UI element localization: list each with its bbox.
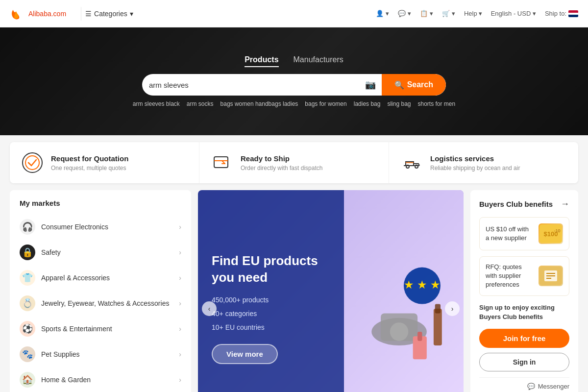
help-button[interactable]: Help ▾ — [464, 10, 482, 17]
user-icon: 👤 — [376, 10, 384, 17]
rfq-title: Request for Quotation — [51, 154, 128, 163]
rfq-subtitle: One request, multiple quotes — [51, 165, 128, 172]
categories-button[interactable]: ☰ Categories ▾ — [81, 7, 137, 21]
banner-next-button[interactable]: › — [445, 301, 460, 316]
messenger-bar[interactable]: 💬 Messenger — [479, 377, 569, 390]
svg-rect-11 — [435, 304, 441, 313]
home-arrow: › — [179, 376, 181, 384]
search-input[interactable] — [142, 81, 359, 89]
search-button[interactable]: 🔍 Search — [382, 74, 446, 96]
orders-chevron: ▾ — [430, 10, 433, 17]
sports-label: Sports & Entertainment — [41, 325, 179, 333]
benefit-discount-icon: $100 -10 — [539, 223, 563, 244]
hero-banner: Products Manufacturers 📷 🔍 Search arm sl… — [0, 27, 588, 135]
header-right: 👤 ▾ 💬 ▾ 📋 ▾ 🛒 ▾ Help ▾ English - USD ▾ S… — [376, 10, 578, 17]
rfq-icon — [21, 151, 44, 174]
market-item-home[interactable]: 🏠 Home & Garden › — [10, 367, 191, 392]
banner-prev-button[interactable]: ‹ — [202, 301, 217, 316]
suggestion-6[interactable]: sling bag — [387, 100, 411, 107]
svg-point-4 — [415, 165, 418, 168]
pets-icon: 🐾 — [20, 346, 35, 362]
svg-rect-2 — [214, 157, 228, 168]
join-free-button[interactable]: Join for free — [479, 329, 569, 348]
suggestion-1[interactable]: arm sleeves black — [133, 100, 180, 107]
product-display: ★ ★ ★ — [344, 190, 464, 392]
messages-button[interactable]: 💬 ▾ — [398, 10, 411, 17]
buyers-club-arrow[interactable]: → — [561, 199, 569, 209]
cart-icon: 🛒 — [442, 10, 450, 17]
rfq-service[interactable]: Request for Quotation One request, multi… — [10, 142, 199, 183]
market-item-jewelry[interactable]: 💍 Jewelry, Eyewear, Watches & Accessorie… — [10, 291, 191, 316]
banner-stat-2: 40+ categories — [212, 307, 330, 320]
suggestion-3[interactable]: bags women handbags ladies — [220, 100, 298, 107]
rfq-text: Request for Quotation One request, multi… — [51, 154, 128, 172]
hamburger-icon: ☰ — [85, 10, 92, 18]
center-banner: Find EU products you need 450,000+ produ… — [198, 190, 464, 392]
user-chevron: ▾ — [386, 10, 389, 17]
svg-rect-13 — [417, 331, 422, 341]
logo[interactable]: Alibaba.com — [10, 7, 66, 21]
search-bar: 📷 🔍 Search — [142, 74, 446, 96]
logo-text: Alibaba.com — [28, 10, 66, 18]
safety-icon: 🔒 — [20, 245, 35, 260]
ship-to[interactable]: Ship to: — [545, 10, 578, 17]
banner-stat-1: 450,000+ products — [212, 293, 330, 307]
sign-in-button[interactable]: Sign in — [479, 353, 569, 371]
buyers-club-sidebar: Buyers Club benefits → US $10 off with a… — [470, 190, 578, 392]
safety-label: Safety — [41, 248, 179, 256]
jewelry-arrow: › — [179, 299, 181, 307]
categories-label: Categories — [94, 10, 127, 18]
market-item-electronics[interactable]: 🎧 Consumer Electronics › — [10, 214, 191, 240]
svg-point-9 — [390, 322, 409, 341]
jewelry-icon: 💍 — [20, 295, 35, 311]
banner-stats: 450,000+ products 40+ categories 10+ EU … — [212, 293, 330, 334]
orders-icon: 📋 — [420, 10, 428, 17]
market-item-apparel[interactable]: 👕 Apparel & Accessories › — [10, 265, 191, 291]
buyers-signup: Sign up to enjoy exciting Buyers Club be… — [479, 303, 569, 371]
cart-button[interactable]: 🛒 ▾ — [442, 10, 455, 17]
market-item-safety[interactable]: 🔒 Safety › — [10, 240, 191, 265]
rts-subtitle: Order directly with fast dispatch — [241, 165, 322, 172]
user-menu[interactable]: 👤 ▾ — [376, 10, 389, 17]
home-label: Home & Garden — [41, 376, 179, 384]
msg-chevron: ▾ — [408, 10, 411, 17]
rts-text: Ready to Ship Order directly with fast d… — [241, 154, 322, 172]
help-label: Help — [464, 10, 477, 17]
rts-service[interactable]: Ready to Ship Order directly with fast d… — [199, 142, 389, 183]
alibaba-flame-icon — [10, 7, 25, 21]
logistics-service[interactable]: Logistics services Reliable shipping by … — [389, 142, 578, 183]
market-item-sports[interactable]: ⚽ Sports & Entertainment › — [10, 316, 191, 342]
logistics-text: Logistics services Reliable shipping by … — [430, 154, 520, 172]
messenger-icon: 💬 — [527, 383, 535, 390]
jewelry-label: Jewelry, Eyewear, Watches & Accessories — [41, 299, 179, 307]
rts-title: Ready to Ship — [241, 154, 322, 163]
tab-manufacturers[interactable]: Manufacturers — [294, 55, 343, 67]
camera-icon[interactable]: 📷 — [359, 79, 382, 90]
svg-text:★ ★ ★: ★ ★ ★ — [404, 278, 441, 291]
benefit-card-discount[interactable]: US $10 off with a new supplier $100 -10 — [479, 217, 569, 250]
suggestion-5[interactable]: ladies bag — [354, 100, 381, 107]
search-icon: 🔍 — [394, 80, 404, 90]
home-icon: 🏠 — [20, 372, 35, 388]
language-selector[interactable]: English - USD ▾ — [491, 10, 536, 17]
buyers-club-title: Buyers Club benefits — [479, 200, 553, 208]
banner-products: ★ ★ ★ — [344, 190, 464, 392]
benefit-card-rfq[interactable]: RFQ: quotes with supplier preferences — [479, 256, 569, 296]
ship-to-label: Ship to: — [545, 10, 566, 17]
main-content: My markets 🎧 Consumer Electronics › 🔒 Sa… — [10, 190, 578, 392]
suggestion-4[interactable]: bags for women — [305, 100, 346, 107]
search-btn-label: Search — [407, 80, 433, 89]
banner-view-more-button[interactable]: View more — [212, 344, 278, 364]
suggestion-7[interactable]: shorts for men — [417, 100, 455, 107]
market-item-pets[interactable]: 🐾 Pet Supplies › — [10, 342, 191, 367]
message-icon: 💬 — [398, 10, 406, 17]
orders-button[interactable]: 📋 ▾ — [420, 10, 433, 17]
apparel-arrow: › — [179, 274, 181, 282]
electronics-label: Consumer Electronics — [41, 223, 179, 231]
tab-products[interactable]: Products — [245, 55, 278, 67]
suggestion-2[interactable]: arm socks — [187, 100, 214, 107]
buyers-club-header: Buyers Club benefits → — [479, 199, 569, 209]
benefit-rfq-icon — [539, 266, 563, 286]
svg-point-3 — [406, 165, 409, 168]
svg-rect-10 — [434, 309, 442, 345]
